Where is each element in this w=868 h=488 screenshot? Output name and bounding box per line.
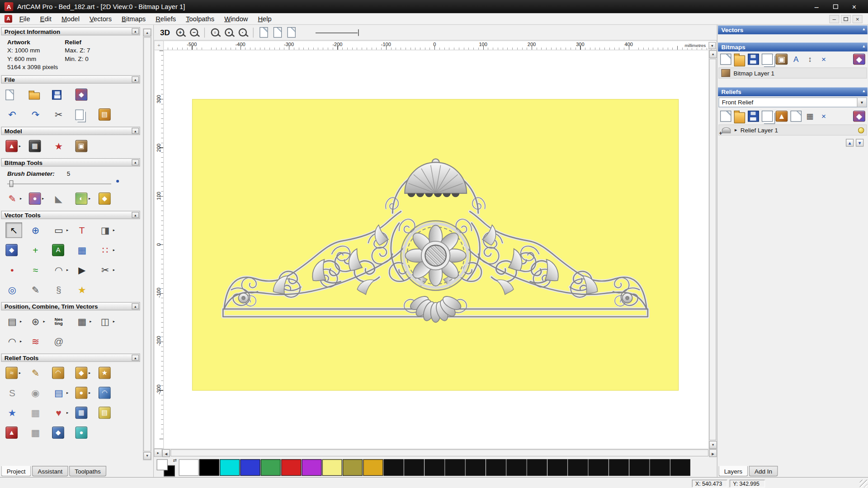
extrude-relief-icon[interactable]: ◠ (52, 365, 75, 381)
create-arc-icon[interactable]: ◠▸ (52, 262, 75, 278)
tab-toolpaths[interactable]: Toolpaths (69, 466, 106, 476)
bitmap-layer-row[interactable]: Bitmap Layer 1 (718, 67, 867, 78)
section-header-vector-tools[interactable]: Vector Tools ▲ (1, 211, 140, 219)
teal-relief-icon[interactable]: ● (75, 424, 99, 441)
section-header-file[interactable]: File ▲ (1, 75, 140, 84)
calculate-relief-icon[interactable]: ▲ (775, 110, 788, 122)
colour-palette-icon-flyout[interactable]: ▸ (42, 197, 44, 201)
bitmap-text-icon[interactable]: A (790, 53, 802, 66)
page-preview-icon[interactable] (285, 26, 297, 38)
layer-visibility-icon[interactable] (858, 127, 864, 133)
scroll-down-icon[interactable]: ▼ (143, 452, 151, 460)
array-copy-icon-flyout[interactable]: ▸ (113, 248, 115, 253)
collapse-bitmaps-icon[interactable]: ▲ (862, 44, 866, 48)
window-maximize-button[interactable] (826, 0, 845, 13)
redo-icon[interactable]: ↷ (29, 106, 52, 123)
mdi-close-button[interactable]: × (853, 14, 863, 23)
collapse-section-icon[interactable]: ▲ (132, 160, 139, 165)
primary-secondary-colour[interactable]: ⇄ (156, 459, 177, 476)
collapse-vectors-icon[interactable]: ▲ (862, 27, 866, 31)
ruler-unit-dropdown[interactable]: ▼ (708, 42, 716, 49)
canvas-horizontal-scrollbar[interactable]: ◀ ▶ (162, 449, 717, 457)
save-model-icon[interactable] (52, 86, 75, 103)
relief-calculator-icon[interactable]: ▦ (804, 110, 816, 122)
palette-swatch-17[interactable] (527, 459, 547, 476)
create-dot-icon[interactable]: • (5, 262, 28, 278)
menu-help[interactable]: Help (253, 13, 276, 24)
add-clay-icon-flyout[interactable]: ▸ (89, 390, 90, 395)
create-text-icon[interactable]: T (75, 222, 99, 239)
expand-relief-layer-icon[interactable]: ▸ (735, 127, 737, 133)
tab-assistant[interactable]: Assistant (32, 466, 68, 476)
greyscale-model-icon-flyout[interactable]: ▸ (19, 144, 21, 148)
save-bitmap-layer-icon[interactable] (747, 53, 760, 66)
sculpt-relief-icon[interactable]: ≈▸ (5, 365, 28, 381)
texture-star-icon[interactable]: ★ (5, 404, 28, 421)
menu-toolpaths[interactable]: Toolpaths (181, 13, 219, 24)
duplicate-relief-layer-icon[interactable] (761, 110, 774, 122)
palette-swatch-16[interactable] (506, 459, 526, 476)
collapse-section-icon[interactable]: ▲ (132, 28, 139, 34)
add-relief-layer-icon[interactable]: + (719, 130, 722, 136)
offset-vectors-icon[interactable]: ◆ (5, 242, 28, 258)
section-header-project-information[interactable]: Project Information ▲ (1, 27, 140, 35)
relief-layer-row[interactable]: + ▸ Relief Layer 1 (718, 125, 867, 136)
palette-swatch-0[interactable] (179, 459, 199, 476)
primary-colour-swatch[interactable] (157, 459, 168, 470)
bitmap-options-icon[interactable]: ◆ (853, 53, 866, 66)
palette-swatch-1[interactable] (199, 459, 219, 476)
texture-model-icon[interactable]: ▦ (29, 138, 52, 155)
group-vectors-icon[interactable]: ◫▸ (99, 313, 122, 330)
collapse-reliefs-icon[interactable]: ▲ (862, 89, 866, 93)
palette-swatch-8[interactable] (343, 459, 363, 476)
relief-select[interactable]: Front Relief ▼ (718, 98, 867, 108)
petal-relief-icon[interactable]: ♥▸ (52, 404, 75, 421)
collapse-section-icon[interactable]: ▲ (132, 303, 139, 309)
scrollbar-thumb[interactable] (170, 449, 708, 456)
palette-swatch-6[interactable] (302, 459, 321, 476)
create-polyline-arrow-icon[interactable]: ▶ (75, 262, 99, 278)
transform-vectors-icon[interactable]: ⊕ (29, 222, 52, 239)
add-clay-icon[interactable]: ●▸ (75, 385, 99, 401)
section-header-model[interactable]: Model ▲ (1, 127, 140, 135)
block-rotate-copy-icon-flyout[interactable]: ▸ (43, 319, 45, 324)
zoom-previous-icon[interactable]: · (236, 26, 249, 38)
stamp-model-icon[interactable]: ★ (52, 138, 75, 155)
palette-swatch-22[interactable] (629, 459, 649, 476)
bitmap-colour-icon[interactable]: ▣ (775, 53, 788, 66)
delete-bitmap-layer-icon[interactable]: × (818, 53, 830, 66)
menu-reliefs[interactable]: Reliefs (151, 13, 181, 24)
palette-swatch-10[interactable] (384, 459, 404, 476)
new-bitmap-layer-icon[interactable] (720, 53, 732, 66)
zoom-drawing-icon[interactable]: ▪ (222, 26, 235, 38)
tab-layers[interactable]: Layers (718, 466, 748, 476)
move-layer-down-button[interactable]: ▼ (856, 139, 863, 146)
grid-relief-icon[interactable]: ▦ (29, 424, 52, 441)
tab-project[interactable]: Project (1, 466, 31, 476)
carve-relief-icon[interactable]: ✎ (29, 365, 52, 381)
palette-swatch-24[interactable] (670, 459, 690, 476)
bitmap-layer-name[interactable]: Bitmap Layer 1 (733, 70, 774, 76)
palette-swatch-19[interactable] (568, 459, 588, 476)
palette-swatch-7[interactable] (322, 459, 342, 476)
menu-file[interactable]: File (14, 13, 35, 24)
palette-swatch-4[interactable] (261, 459, 281, 476)
mdi-minimize-button[interactable]: – (829, 14, 839, 23)
undo-icon[interactable]: ↶ (5, 106, 28, 123)
palette-swatch-2[interactable] (220, 459, 240, 476)
envelope-distort-icon[interactable]: ≋ (29, 333, 52, 350)
menu-vectors[interactable]: Vectors (85, 13, 117, 24)
menu-bitmaps[interactable]: Bitmaps (117, 13, 151, 24)
relief-layer-stack-icon-flyout[interactable]: ▸ (66, 390, 68, 395)
align-vectors-icon-flyout[interactable]: ▸ (20, 319, 22, 324)
scroll-down-icon[interactable]: ▼ (709, 441, 717, 449)
move-layer-up-button[interactable]: ▲ (846, 139, 854, 146)
blue-relief-icon[interactable]: ◆ (52, 424, 75, 441)
collapse-section-icon[interactable]: ▲ (132, 128, 139, 134)
collapse-section-icon[interactable]: ▲ (132, 212, 139, 218)
group-vectors-icon-flyout[interactable]: ▸ (113, 319, 115, 324)
section-header-relief-tools[interactable]: Relief Tools ▲ (1, 353, 140, 361)
brush-diameter-slider[interactable] (7, 179, 135, 189)
collapse-section-icon[interactable]: ▲ (132, 76, 139, 82)
line-style-control[interactable] (316, 28, 362, 36)
